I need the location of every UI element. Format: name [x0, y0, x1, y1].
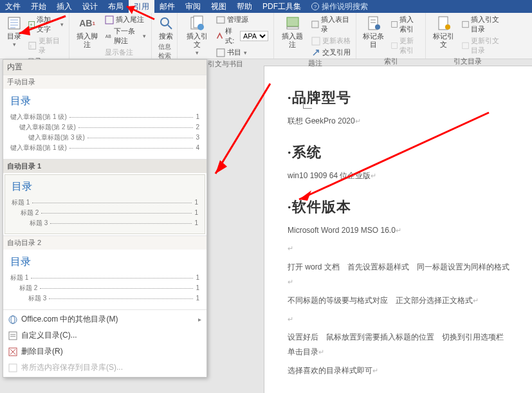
document-page[interactable]: ·品牌型号 联想 GeekPro 2020↵ ·系统 win10 1909 64…: [264, 66, 532, 393]
svg-rect-34: [9, 332, 17, 340]
update-toc-button[interactable]: ! 更新目录: [27, 35, 65, 56]
para-software: Microsoft Word 2019 MSO 16.0↵: [288, 223, 514, 238]
insert-table-of-figures-button[interactable]: 插入表目录: [310, 14, 352, 35]
ribbon-group-footnote: AB1 插入脚注 插入尾注 AB 下一条脚注▾ 显示备注 脚注: [69, 13, 152, 59]
toc-option-auto1[interactable]: 目录 标题 11标题 21标题 31: [5, 174, 205, 234]
update-index-button[interactable]: 更新索引: [390, 35, 422, 56]
insert-citation-button[interactable]: 插入引文▾: [181, 14, 212, 59]
menu-help[interactable]: 帮助: [232, 0, 257, 14]
update-table-icon: [311, 37, 320, 46]
ribbon-group-citations: 插入引文▾ 管理源 样式: APA 书目▾ 引文与书目: [178, 13, 274, 59]
para-step4: 选择喜欢的目录样式即可↵: [288, 363, 514, 378]
svg-point-15: [197, 24, 204, 30]
heading-brand: ·品牌型号: [288, 88, 514, 107]
toc-button[interactable]: 目录 ▾: [4, 14, 24, 50]
menu-pdf-tools[interactable]: PDF工具集: [257, 0, 306, 14]
ribbon: 目录 ▾ + 添加文字▾ ! 更新目录 目录 AB1 插入脚注: [0, 13, 532, 59]
next-footnote-button[interactable]: AB 下一条脚注▾: [104, 26, 147, 46]
menu-view[interactable]: 视图: [206, 0, 232, 14]
mark-citation-icon: [436, 15, 452, 31]
caption-icon: [285, 15, 300, 31]
menubar: 文件 开始 插入 设计 布局 引用 邮件 审阅 视图 帮助 PDF工具集 ? 操…: [0, 0, 532, 13]
update-table-button[interactable]: 更新表格: [310, 35, 352, 46]
toc-preview-line: 标题 11: [12, 197, 198, 208]
manage-sources-button[interactable]: 管理源: [215, 14, 270, 25]
next-footnote-icon: AB: [105, 32, 112, 41]
svg-point-11: [161, 18, 169, 26]
para-empty2: ↵: [288, 312, 514, 327]
menu-mailings[interactable]: 邮件: [154, 0, 180, 14]
group-label-captions: 题注: [278, 58, 352, 69]
custom-toc[interactable]: 自定义目录(C)...: [3, 327, 206, 343]
svg-rect-27: [391, 43, 397, 49]
bibliography-button[interactable]: 书目▾: [215, 47, 270, 58]
add-text-icon: +: [28, 20, 35, 29]
add-text-button[interactable]: + 添加文字▾: [27, 14, 65, 35]
menu-design[interactable]: 设计: [77, 0, 103, 14]
mark-citation-button[interactable]: 标记引文: [430, 14, 458, 50]
research-button[interactable]: 搜索: [156, 14, 176, 42]
menu-insert[interactable]: 插入: [51, 0, 77, 14]
cross-reference-button[interactable]: 交叉引用: [310, 47, 352, 58]
style-combo[interactable]: APA: [240, 31, 268, 41]
insert-authorities-icon: [462, 20, 469, 29]
citation-style-select[interactable]: 样式: APA: [215, 26, 270, 46]
menu-home[interactable]: 开始: [26, 0, 51, 14]
menu-layout[interactable]: 布局: [103, 0, 129, 14]
insert-index-button[interactable]: 插入索引: [390, 14, 422, 35]
ribbon-group-authorities: 标记引文 插入引文目录 更新引文目录 引文目录: [426, 13, 509, 59]
insert-authorities-button[interactable]: 插入引文目录: [461, 14, 506, 35]
toc-gallery-dropdown: 内置 手动目录 目录 键入章标题(第 1 级)1键入章标题(第 2 级)2键入章…: [3, 59, 207, 378]
toc-preview-line: 键入章标题(第 3 级)3: [10, 133, 199, 143]
toc-preview-line: 键入章标题(第 2 级)2: [10, 122, 199, 133]
toc-option-auto2[interactable]: 目录 标题 11标题 21标题 31: [3, 250, 206, 309]
insert-index-icon: [391, 20, 398, 29]
menu-file[interactable]: 文件: [0, 0, 26, 14]
office-more-toc[interactable]: Office.com 中的其他目录(M) ▸: [3, 311, 206, 327]
dd-footer: Office.com 中的其他目录(M) ▸ 自定义目录(C)... 删除目录(…: [3, 309, 206, 377]
toc-preview-line: 键入章标题(第 1 级)1: [10, 112, 199, 122]
style-icon: [216, 32, 223, 41]
svg-rect-31: [462, 42, 468, 49]
endnote-icon: [105, 15, 114, 24]
toc-option-manual[interactable]: 目录 键入章标题(第 1 级)1键入章标题(第 2 级)2键入章标题(第 3 级…: [3, 89, 206, 159]
cursor-marker: [303, 100, 312, 109]
dd-label-manual: 手动目录: [3, 75, 206, 89]
para-step2: 不同标题的等级要与格式对应 正文部分选择正文格式↵: [288, 293, 514, 308]
tell-me-search[interactable]: ? 操作说明搜索: [306, 0, 373, 14]
svg-point-32: [9, 316, 17, 324]
manage-sources-icon: [216, 15, 225, 24]
svg-rect-19: [287, 27, 298, 29]
toc-preview-title: 目录: [10, 95, 199, 108]
menu-references[interactable]: 引用: [129, 0, 154, 14]
svg-point-29: [445, 24, 450, 30]
svg-rect-9: [105, 16, 113, 24]
mark-entry-button[interactable]: 标记条目: [360, 14, 387, 50]
dd-header-builtin: 内置: [3, 60, 206, 75]
show-notes-button[interactable]: 显示备注: [104, 47, 147, 58]
cross-ref-icon: [311, 48, 320, 57]
svg-rect-16: [217, 17, 225, 23]
svg-rect-40: [9, 364, 17, 372]
svg-rect-17: [217, 49, 225, 57]
group-label-index: 索引: [360, 56, 421, 68]
ribbon-group-index: 标记条目 插入索引 更新索引 索引: [356, 13, 426, 59]
toc-preview-line: 标题 21: [12, 208, 198, 218]
insert-caption-button[interactable]: 插入题注: [278, 14, 307, 50]
toc-preview-line: 标题 31: [12, 218, 198, 228]
toc-icon: [6, 15, 22, 31]
remove-toc[interactable]: 删除目录(R): [3, 343, 206, 360]
update-authorities-button[interactable]: 更新引文目录: [461, 35, 506, 56]
save-icon: [8, 363, 17, 372]
dd-label-auto2: 自动目录 2: [3, 235, 206, 250]
update-index-icon: [391, 41, 398, 50]
para-step1: 打开 word 文档 首先设置标题样式 同一标题设置为同样的格式↵: [288, 260, 514, 289]
save-selection-toc: 将所选内容保存到目录库(S)...: [3, 360, 206, 376]
svg-point-33: [11, 316, 15, 324]
biblio-icon: [216, 48, 225, 57]
insert-footnote-button[interactable]: AB1 插入脚注: [73, 14, 101, 50]
para-step3: 设置好后 鼠标放置到需要插入标题的位置 切换到引用选项栏 单击目录↵: [288, 330, 514, 360]
menu-review[interactable]: 审阅: [180, 0, 206, 14]
para-system: win10 1909 64 位企业版↵: [288, 169, 514, 183]
insert-endnote-button[interactable]: 插入尾注: [104, 14, 147, 25]
